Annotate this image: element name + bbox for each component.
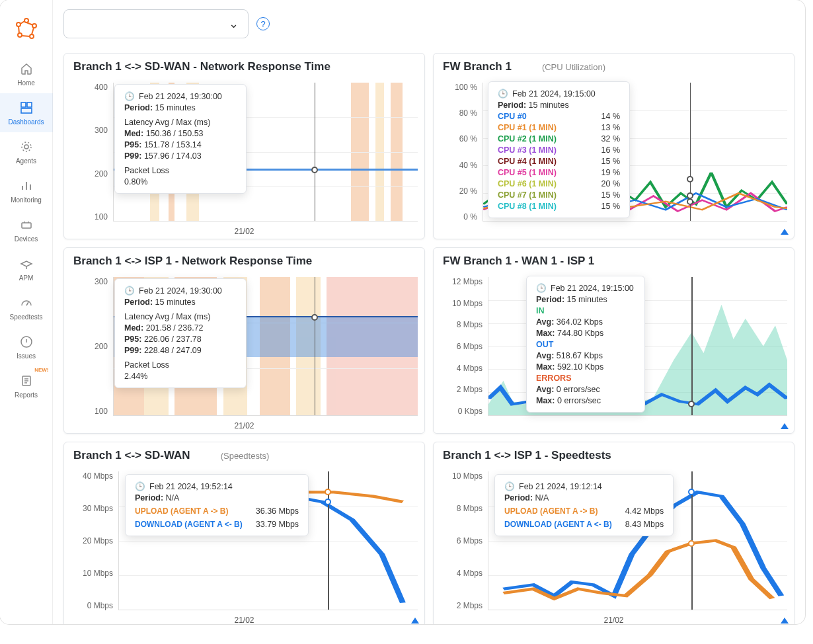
- app-frame: Home Dashboards Agents Monitoring Device…: [0, 0, 805, 624]
- card-branch1-isp1-response: Branch 1 <-> ISP 1 - Network Response Ti…: [63, 247, 425, 434]
- card-title: FW Branch 1: [443, 60, 512, 73]
- expand-icon[interactable]: [411, 618, 419, 624]
- nav-devices[interactable]: Devices: [0, 210, 53, 249]
- cpu-list: CPU #014 %CPU #1 (1 MIN)13 %CPU #2 (1 MI…: [498, 112, 620, 211]
- nav-devices-label: Devices: [15, 235, 38, 243]
- logo: [13, 15, 40, 42]
- devices-icon: [19, 217, 34, 233]
- nav-monitoring[interactable]: Monitoring: [0, 171, 53, 210]
- clock-icon: 🕒: [504, 481, 515, 491]
- nav-issues-label: Issues: [17, 352, 36, 360]
- clock-icon: 🕒: [498, 89, 508, 99]
- svg-rect-5: [21, 102, 26, 107]
- new-badge: NEW!: [34, 367, 48, 373]
- expand-icon[interactable]: [781, 229, 789, 235]
- nav-reports-label: Reports: [15, 391, 38, 399]
- main: ⌄ ? Branch 1 <-> SD-WAN - Network Respon…: [53, 0, 805, 624]
- nav-issues[interactable]: Issues: [0, 327, 53, 366]
- expand-icon[interactable]: [781, 423, 789, 429]
- cpu-value: 15 %: [601, 190, 621, 200]
- nav-agents-label: Agents: [16, 157, 36, 165]
- svg-point-8: [24, 145, 28, 149]
- speedtests-icon: [19, 295, 34, 311]
- cpu-name: CPU #2 (1 MIN): [498, 134, 557, 143]
- nav-home[interactable]: Home: [0, 54, 53, 93]
- nav-speedtests[interactable]: Speedtests: [0, 288, 53, 327]
- agents-icon: [19, 139, 34, 155]
- chart-area[interactable]: 10 Mbps8 Mbps6 Mbps4 Mbps2 Mbps 21/02: [434, 467, 794, 624]
- nav-monitoring-label: Monitoring: [11, 196, 42, 204]
- cpu-name: CPU #0: [498, 112, 527, 121]
- card-branch1-sdwan-response: Branch 1 <-> SD-WAN - Network Response T…: [63, 53, 425, 239]
- home-icon: [19, 61, 34, 77]
- y-axis: 10 Mbps8 Mbps6 Mbps4 Mbps2 Mbps: [434, 471, 486, 610]
- tooltip: 🕒Feb 21 2024, 19:52:14 Period: N/A UPLOA…: [125, 474, 309, 536]
- monitoring-icon: [19, 178, 34, 194]
- clock-icon: 🕒: [124, 286, 135, 296]
- cpu-name: CPU #3 (1 MIN): [498, 145, 557, 155]
- cpu-value: 13 %: [601, 123, 621, 132]
- svg-point-3: [18, 33, 22, 37]
- cpu-name: CPU #1 (1 MIN): [498, 123, 557, 132]
- card-title: Branch 1 <-> SD-WAN: [73, 449, 190, 462]
- svg-point-2: [30, 34, 34, 38]
- chart-area[interactable]: 300200100: [64, 273, 424, 433]
- dashboard-icon: [19, 100, 34, 116]
- cpu-value: 20 %: [601, 179, 621, 188]
- chart-area[interactable]: 40 Mbps30 Mbps20 Mbps10 Mbps0 Mbps 21/02: [64, 467, 424, 624]
- nav-dashboards-label: Dashboards: [9, 118, 44, 126]
- svg-rect-10: [22, 223, 31, 228]
- card-title: Branch 1 <-> ISP 1 - Network Response Ti…: [73, 255, 312, 268]
- cpu-value: 15 %: [601, 202, 621, 211]
- cpu-name: CPU #7 (1 MIN): [498, 190, 557, 200]
- cpu-value: 15 %: [601, 157, 621, 166]
- chevron-down-icon: ⌄: [229, 17, 239, 31]
- help-icon[interactable]: ?: [256, 17, 270, 30]
- cpu-value: 32 %: [601, 134, 621, 143]
- card-branch1-isp1-speedtests: Branch 1 <-> ISP 1 - Speedtests 10 Mbps8…: [433, 442, 794, 624]
- card-subtitle: (Speedtests): [221, 451, 270, 461]
- card-fw-branch1-wan1: FW Branch 1 - WAN 1 - ISP 1 12 Mbps10 Mb…: [433, 247, 794, 434]
- tooltip: 🕒Feb 21 2024, 19:30:00 Period: 15 minute…: [114, 278, 247, 388]
- charts-grid: Branch 1 <-> SD-WAN - Network Response T…: [53, 48, 805, 624]
- nav-dashboards[interactable]: Dashboards: [0, 93, 53, 132]
- x-axis-label: 21/02: [64, 227, 424, 236]
- y-axis: 100 %80 %60 %40 %20 %0 %: [434, 83, 481, 221]
- x-axis-label: 21/02: [64, 616, 424, 624]
- nav-apm[interactable]: APM: [0, 249, 53, 288]
- cpu-value: 19 %: [601, 168, 621, 177]
- cpu-name: CPU #4 (1 MIN): [498, 157, 557, 166]
- clock-icon: 🕒: [536, 283, 547, 293]
- nav-reports[interactable]: NEW! Reports: [0, 366, 53, 405]
- topbar: ⌄ ?: [53, 0, 805, 48]
- svg-point-4: [17, 22, 20, 26]
- nav-speedtests-label: Speedtests: [9, 313, 42, 321]
- dashboard-select[interactable]: ⌄: [63, 9, 249, 38]
- nav-home-label: Home: [17, 79, 35, 87]
- card-branch1-sdwan-speedtests: Branch 1 <-> SD-WAN(Speedtests) 40 Mbps3…: [63, 442, 425, 624]
- card-title: Branch 1 <-> SD-WAN - Network Response T…: [73, 60, 330, 73]
- y-axis: 40 Mbps30 Mbps20 Mbps10 Mbps0 Mbps: [64, 471, 117, 610]
- y-axis: 400300200100: [64, 83, 112, 221]
- tooltip: 🕒Feb 21 2024, 19:12:14 Period: N/A UPLOA…: [494, 474, 674, 536]
- cpu-value: 14 %: [601, 112, 621, 121]
- issues-icon: [19, 334, 34, 350]
- expand-icon[interactable]: [781, 618, 789, 624]
- svg-rect-6: [27, 102, 32, 107]
- tooltip: 🕒Feb 21 2024, 19:15:00 Period: 15 minute…: [526, 276, 645, 413]
- sidebar: Home Dashboards Agents Monitoring Device…: [0, 0, 53, 624]
- reports-icon: [19, 373, 34, 389]
- chart-area[interactable]: 12 Mbps10 Mbps8 Mbps6 Mbps4 Mbps2 Mbps0 …: [434, 273, 794, 433]
- nav-agents[interactable]: Agents: [0, 132, 53, 171]
- chart-area[interactable]: 400300200100: [64, 79, 424, 239]
- svg-point-9: [22, 142, 31, 151]
- x-axis-label: 21/02: [64, 421, 424, 430]
- tooltip: 🕒Feb 21 2024, 19:30:00 Period: 15 minute…: [114, 84, 247, 194]
- cpu-value: 16 %: [601, 145, 621, 155]
- tooltip: 🕒Feb 21 2024, 19:15:00 Period: 15 minute…: [488, 81, 630, 218]
- x-axis-label: 21/02: [434, 616, 794, 624]
- y-axis: 300200100: [64, 277, 112, 416]
- chart-area[interactable]: 100 %80 %60 %40 %20 %0 % 🕒Feb 21 2024, 1…: [434, 79, 794, 239]
- svg-rect-7: [21, 108, 32, 113]
- apm-icon: [19, 256, 34, 272]
